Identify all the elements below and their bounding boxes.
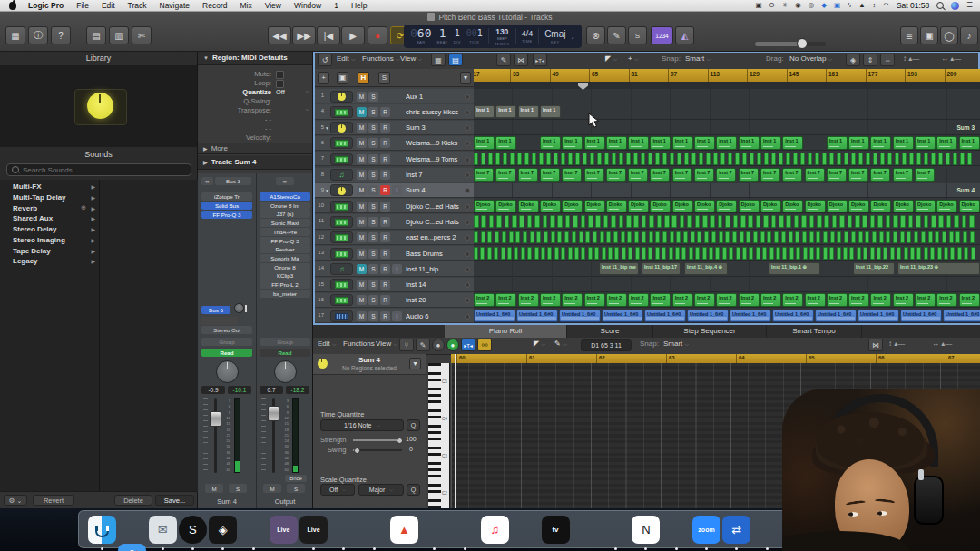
disclosure-triangle-icon[interactable]: ▼ — [325, 188, 329, 193]
strip-right-plugin-reviver[interactable]: Reviver — [260, 245, 310, 253]
library-item-reverb[interactable]: Reverb⊕▶ — [0, 202, 99, 213]
midi-block[interactable] — [503, 153, 507, 165]
midi-block[interactable] — [575, 153, 580, 165]
region-untitled-1-6-0[interactable]: Untitled 1_6#0 — [858, 310, 899, 323]
scale-root-select[interactable]: Off⌵ — [320, 484, 355, 496]
note-pads-icon[interactable]: ▣ — [920, 26, 938, 44]
midi-block[interactable] — [561, 153, 565, 165]
loops-browser-icon[interactable]: ◯ — [940, 26, 958, 44]
track-djoko-c-ed-hats-r-button[interactable]: R — [380, 202, 390, 212]
track-inst-11-bip-s-button[interactable]: S — [368, 264, 378, 274]
midi-block[interactable] — [760, 231, 765, 244]
midi-block[interactable] — [944, 247, 948, 260]
record-enable-dot[interactable] — [465, 267, 470, 272]
midi-block[interactable] — [967, 153, 972, 165]
midi-block[interactable] — [800, 153, 805, 165]
snap-value[interactable]: Smart ⌵ — [685, 54, 710, 63]
piano-roll-menu-edit[interactable]: Edit ⌵ — [318, 339, 337, 348]
midi-block[interactable] — [735, 153, 740, 165]
record-enable-dot[interactable] — [465, 314, 470, 320]
midi-block[interactable] — [809, 247, 814, 260]
midi-block[interactable] — [505, 215, 510, 228]
dock-music[interactable]: ♫ — [481, 516, 509, 544]
midi-block[interactable] — [689, 247, 693, 260]
midi-block[interactable] — [611, 215, 616, 228]
loopback-icon[interactable]: ◎ — [808, 2, 815, 9]
midi-block[interactable] — [554, 153, 558, 165]
midi-block[interactable] — [729, 247, 733, 260]
region-djoko[interactable]: Djoko — [540, 200, 561, 213]
midi-block[interactable] — [938, 153, 943, 165]
midi-block[interactable] — [956, 231, 960, 244]
track-inst-14-s-button[interactable]: S — [368, 280, 378, 290]
bar-ruler[interactable]: 173349658197113129145161177193209 — [474, 69, 980, 82]
midi-block[interactable] — [749, 247, 753, 260]
strip-right-solo-button[interactable]: S — [287, 484, 305, 493]
region-inst-7[interactable]: Inst 7 — [848, 168, 868, 182]
midi-block[interactable] — [474, 231, 478, 244]
region-inst-7[interactable]: Inst 7 — [495, 168, 515, 182]
tuner-icon[interactable]: ✎ — [607, 26, 626, 44]
menu-logic-pro[interactable]: Logic Pro — [22, 0, 70, 12]
track-weisma-9-toms-m-button[interactable]: M — [357, 154, 367, 164]
midi-block[interactable] — [902, 153, 906, 165]
count-in-button[interactable]: 1234 — [651, 26, 673, 44]
midi-block[interactable] — [595, 215, 601, 228]
midi-block[interactable] — [971, 247, 975, 260]
midi-block[interactable] — [776, 247, 780, 260]
midi-block[interactable] — [849, 247, 854, 260]
quick-help-toggle-icon[interactable]: ▦ — [5, 26, 25, 44]
time-quantize-select[interactable]: 1/16 Note⌵ — [320, 419, 404, 431]
track-inst-11-bip-m-button[interactable]: M — [357, 264, 367, 274]
midi-block[interactable] — [895, 153, 899, 165]
strip-right-plugin-ozone-8[interactable]: Ozone 8 — [260, 263, 310, 271]
midi-block[interactable] — [590, 153, 594, 165]
list-editors-icon[interactable]: ≣ — [900, 26, 918, 44]
media-browser-icon[interactable]: ♪ — [960, 26, 978, 44]
midi-block[interactable] — [487, 231, 492, 244]
midi-block[interactable] — [789, 247, 794, 260]
track-row-bass-drums[interactable]: 13MSRBass Drums — [315, 246, 474, 261]
midi-block[interactable] — [837, 153, 841, 165]
region-inst-7[interactable]: Inst 7 — [870, 168, 890, 182]
swing-slider[interactable] — [353, 449, 402, 451]
region-inst-2[interactable]: Inst 2 — [936, 293, 957, 307]
lcd-chevron-icon[interactable]: ⌄ — [570, 34, 574, 40]
strip-left-group-button[interactable]: Group — [201, 338, 252, 346]
tab-smart-tempo[interactable]: Smart Tempo — [767, 325, 862, 338]
record-enable-dot[interactable] — [465, 188, 470, 193]
midi-block[interactable] — [546, 153, 551, 165]
midi-block[interactable] — [763, 215, 769, 228]
region-djoko[interactable]: Djoko — [739, 200, 760, 213]
midi-block[interactable] — [786, 215, 791, 228]
region-inst-2[interactable]: Inst 2 — [540, 293, 561, 307]
midi-block[interactable] — [954, 215, 959, 228]
black-key[interactable] — [428, 400, 441, 403]
midi-block[interactable] — [830, 231, 835, 244]
strip-right-plugin-sonoris-ma[interactable]: Sonoris Ma — [260, 254, 310, 262]
midi-block[interactable] — [767, 231, 771, 244]
midi-block[interactable] — [635, 247, 640, 260]
midi-block[interactable] — [551, 231, 555, 244]
midi-block[interactable] — [514, 247, 518, 260]
midi-block[interactable] — [910, 247, 915, 260]
midi-block[interactable] — [626, 153, 631, 165]
midi-block[interactable] — [594, 247, 599, 260]
master-solo-icon[interactable]: S — [628, 26, 647, 44]
midi-block[interactable] — [501, 247, 505, 260]
track-row-aux-1[interactable]: 1MSAux 1 — [315, 89, 474, 103]
midi-block[interactable] — [756, 215, 761, 228]
midi-block[interactable] — [494, 247, 498, 260]
region-inst-11-bip-me[interactable]: Inst 11_bip me — [599, 262, 639, 276]
strip-right-pan-knob[interactable] — [274, 360, 297, 383]
strip-left-automation-button[interactable]: Read — [201, 349, 252, 357]
midi-block[interactable] — [795, 231, 799, 244]
midi-block[interactable] — [938, 215, 944, 228]
record-dot-icon[interactable]: ◉ — [795, 2, 801, 9]
midi-block[interactable] — [642, 247, 646, 260]
strip-right-bounce-button[interactable]: Bnce — [285, 475, 307, 482]
midi-block[interactable] — [676, 231, 681, 244]
piano-keyboard[interactable]: C5C4C3C2 — [428, 363, 450, 508]
library-item-multi-fx[interactable]: Multi-FX▶ — [0, 182, 99, 192]
pencil-tool[interactable]: + ⌵ — [628, 54, 638, 63]
